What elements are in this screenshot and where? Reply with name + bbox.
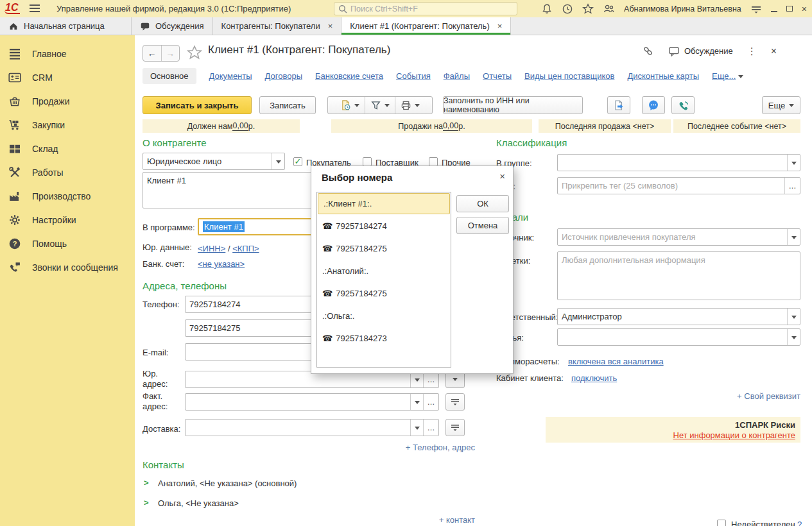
back-button[interactable]: ← (143, 46, 162, 61)
sidebar-item-crm[interactable]: CRM (0, 65, 135, 89)
invalid-checkbox[interactable] (717, 520, 726, 526)
tags-field[interactable]: Прикрепить тег (25 символов) … (557, 177, 800, 194)
status-amount-link[interactable]: 0,00 (232, 121, 248, 131)
fill-address-button[interactable] (445, 393, 465, 411)
dropdown-arrow-icon[interactable] (272, 153, 284, 169)
save-button[interactable]: Записать (259, 96, 316, 114)
nav-events[interactable]: События (396, 71, 431, 81)
global-search[interactable] (334, 2, 517, 15)
tab-close-icon[interactable]: × (328, 21, 333, 31)
forward-button[interactable]: → (162, 46, 180, 61)
users-icon[interactable] (603, 3, 615, 15)
nav-files[interactable]: Файлы (444, 71, 470, 81)
main-menu-icon[interactable] (30, 4, 40, 13)
save-and-close-button[interactable]: Записать и закрыть (143, 96, 252, 114)
list-item[interactable]: .:Анатолий:. (317, 260, 451, 282)
ellipsis-button[interactable]: … (423, 394, 438, 410)
family-select[interactable] (557, 328, 800, 346)
tab-discussions[interactable]: Обсуждения (132, 17, 213, 35)
client-cabinet-link[interactable]: подключить (571, 373, 617, 383)
list-item[interactable]: ☎ 79257184274 (317, 215, 451, 237)
tab-home[interactable]: Начальная страница (0, 17, 132, 35)
spark-no-info-link[interactable]: Нет информации о контрагенте (673, 430, 796, 440)
create-based-on-button[interactable] (335, 97, 365, 114)
list-item[interactable]: ☎ 79257184275 (317, 237, 451, 260)
nav-contracts[interactable]: Договоры (265, 71, 302, 81)
sidebar-item-production[interactable]: Производство (0, 184, 135, 208)
actual-address-field[interactable]: … (185, 393, 439, 411)
counterparty-type-select[interactable]: Юридическое лицо (143, 153, 285, 170)
close-form-icon[interactable]: × (771, 46, 777, 57)
nav-supplier-prices[interactable]: Виды цен поставщиков (524, 71, 614, 81)
nav-more[interactable]: Еще... (712, 71, 743, 81)
sidebar-item-warehouse[interactable]: Склад (0, 137, 135, 160)
dropdown-arrow-icon[interactable] (787, 329, 800, 345)
other-checkbox[interactable] (429, 157, 438, 166)
help-question-link[interactable]: ? (797, 520, 802, 526)
notes-textarea[interactable]: Любая дополнительная информация (557, 251, 800, 300)
write-message-button[interactable] (642, 96, 665, 114)
list-item[interactable]: .:Ольга:. (317, 305, 451, 327)
service-menu-icon[interactable] (750, 3, 762, 15)
dialog-cancel-button[interactable]: Отмена (456, 217, 509, 234)
group-select[interactable] (557, 154, 800, 171)
current-user-name[interactable]: Абнагимова Ирина Витальевна (624, 4, 741, 13)
add-phone-address-link[interactable]: + Телефон, адрес (359, 443, 475, 452)
inn-link[interactable]: <ИНН> (198, 244, 225, 253)
buyer-checkbox[interactable]: ✓ (293, 157, 302, 166)
tab-close-icon[interactable]: × (497, 21, 503, 31)
fill-delivery-button[interactable] (445, 419, 465, 436)
favorite-star-icon[interactable] (187, 45, 202, 60)
dropdown-arrow-icon[interactable] (410, 420, 423, 436)
ellipsis-button[interactable]: … (423, 420, 438, 436)
print-button[interactable] (395, 97, 425, 114)
nav-reports[interactable]: Отчеты (483, 71, 512, 81)
copy-link-icon[interactable] (642, 45, 654, 57)
dialog-close-icon[interactable]: × (499, 171, 505, 182)
dropdown-arrow-icon[interactable] (410, 394, 423, 410)
sidebar-item-sales[interactable]: Продажи (0, 89, 135, 113)
maximize-button[interactable] (786, 6, 793, 12)
minimize-button[interactable] (771, 6, 777, 12)
supplier-checkbox[interactable] (363, 157, 372, 166)
sidebar-item-main[interactable]: Главное (0, 42, 135, 65)
kebab-menu-icon[interactable]: ⋮ (747, 46, 757, 57)
status-amount-link[interactable]: 0,00 (443, 121, 458, 131)
add-custom-attribute-link[interactable]: + Свой реквизит (706, 391, 800, 401)
sidebar-item-help[interactable]: ? Помощь (0, 232, 135, 255)
list-item[interactable]: .:Клиент #1:. (318, 193, 450, 214)
tab-client-active[interactable]: Клиент #1 (Контрагент: Покупатель) × (341, 17, 511, 35)
fill-by-inn-button[interactable]: Заполнить по ИНН или наименованию (443, 96, 583, 114)
expand-chevron-icon[interactable]: > (144, 498, 149, 507)
call-button[interactable] (671, 96, 695, 114)
list-item[interactable]: ☎ 79257184273 (317, 327, 451, 350)
kpp-link[interactable]: <КПП> (232, 244, 259, 253)
delivery-field[interactable]: … (185, 419, 439, 436)
nav-main[interactable]: Основное (143, 68, 196, 84)
contact-item[interactable]: Ольга, <Не указана> (158, 498, 239, 508)
search-input[interactable] (350, 4, 513, 13)
discussion-button[interactable]: Обсуждение (668, 46, 733, 57)
invalid-checkbox-label[interactable]: Недействителен (731, 520, 795, 526)
expand-chevron-icon[interactable]: > (144, 478, 149, 488)
nav-documents[interactable]: Документы (209, 71, 252, 81)
settlements-link[interactable]: включена вся аналитика (568, 357, 664, 366)
favorites-star-icon[interactable] (582, 3, 594, 15)
dropdown-arrow-icon[interactable] (787, 229, 800, 245)
dialog-ok-button[interactable]: ОК (456, 195, 509, 212)
history-icon[interactable] (562, 3, 573, 15)
nav-bank-accounts[interactable]: Банковские счета (315, 71, 383, 81)
add-contact-link[interactable]: + контакт (385, 515, 475, 525)
ellipsis-button[interactable]: … (784, 178, 800, 194)
contact-item[interactable]: Анатолий, <Не указана> (основной) (158, 479, 297, 488)
bank-account-link[interactable]: <не указан> (198, 259, 245, 269)
more-button[interactable]: Еще (762, 96, 800, 114)
list-item[interactable]: ☎ 79257184275 (317, 282, 451, 305)
responsible-select[interactable]: Администратор (557, 308, 800, 325)
dropdown-arrow-icon[interactable] (787, 155, 800, 171)
sidebar-item-purchases[interactable]: Закупки (0, 113, 135, 137)
sidebar-item-works[interactable]: Работы (0, 160, 135, 184)
dropdown-arrow-icon[interactable] (787, 309, 800, 325)
source-select[interactable]: Источник привлечения покупателя (557, 228, 800, 246)
notifications-bell-icon[interactable] (541, 3, 553, 15)
